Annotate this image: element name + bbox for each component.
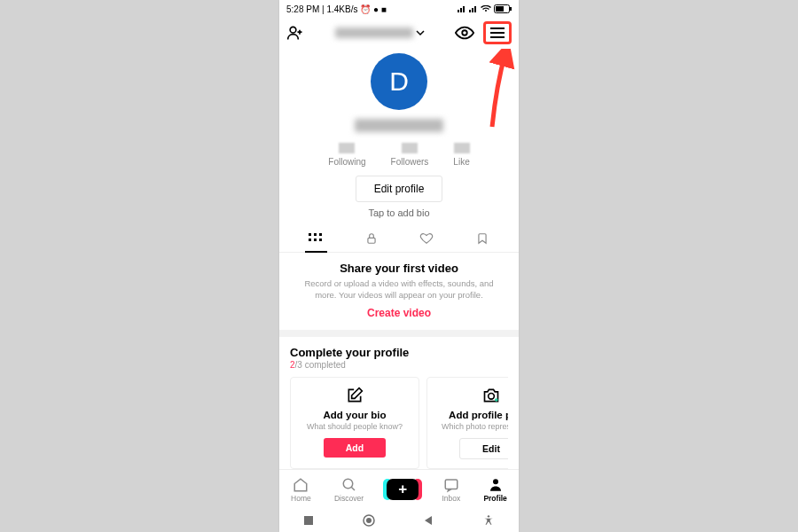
nav-inbox[interactable]: Inbox bbox=[442, 477, 460, 503]
svg-rect-8 bbox=[496, 6, 504, 12]
share-title: Share your first video bbox=[295, 262, 503, 275]
tab-liked[interactable] bbox=[399, 227, 455, 252]
tab-saved[interactable] bbox=[455, 227, 511, 252]
svg-rect-25 bbox=[445, 480, 458, 489]
create-video-link[interactable]: Create video bbox=[295, 307, 503, 319]
svg-rect-2 bbox=[463, 6, 465, 12]
sys-back[interactable] bbox=[423, 515, 434, 526]
svg-rect-15 bbox=[314, 233, 317, 236]
stat-following[interactable]: Following bbox=[328, 143, 365, 167]
edit-profile-button[interactable]: Edit profile bbox=[356, 176, 443, 202]
inbox-icon bbox=[443, 477, 459, 493]
svg-rect-19 bbox=[319, 239, 322, 241]
svg-point-26 bbox=[493, 479, 498, 484]
sys-accessibility[interactable] bbox=[482, 514, 495, 527]
edit-photo-button[interactable]: Edit bbox=[459, 438, 508, 459]
complete-progress: 2/3 completed bbox=[290, 360, 508, 370]
content-tabs bbox=[279, 227, 519, 253]
card-add-photo: Add profile photo Which photo represents… bbox=[426, 377, 508, 469]
svg-rect-3 bbox=[469, 10, 471, 12]
svg-rect-5 bbox=[474, 6, 476, 12]
svg-point-23 bbox=[343, 479, 353, 489]
tab-locked[interactable] bbox=[344, 227, 400, 252]
svg-rect-4 bbox=[472, 8, 473, 12]
handle bbox=[355, 119, 443, 136]
svg-point-10 bbox=[462, 30, 467, 35]
nav-profile[interactable]: Profile bbox=[483, 477, 506, 503]
svg-rect-18 bbox=[314, 239, 317, 241]
share-first-video: Share your first video Record or upload … bbox=[279, 253, 519, 330]
bottom-nav: Home Discover + Inbox Profile bbox=[279, 469, 519, 509]
sys-home[interactable] bbox=[363, 514, 375, 527]
phone-frame: 5:28 PM | 1.4KB/s ⏰ ● ■ D Following F bbox=[279, 0, 519, 532]
svg-line-24 bbox=[351, 487, 355, 490]
avatar-letter: D bbox=[389, 66, 409, 97]
username-blurred bbox=[335, 27, 413, 38]
home-icon bbox=[292, 477, 309, 493]
wifi-icon bbox=[481, 5, 491, 12]
card-add-bio: Add your bio What should people know? Ad… bbox=[290, 377, 419, 469]
svg-rect-16 bbox=[319, 233, 322, 236]
signal-icon bbox=[469, 5, 478, 12]
stat-like[interactable]: Like bbox=[453, 143, 469, 167]
svg-rect-1 bbox=[460, 8, 462, 12]
svg-point-29 bbox=[366, 518, 372, 523]
status-left: 5:28 PM | 1.4KB/s ⏰ ● ■ bbox=[286, 4, 387, 14]
svg-rect-17 bbox=[309, 239, 311, 241]
svg-rect-14 bbox=[309, 233, 311, 236]
sys-recent[interactable] bbox=[303, 515, 314, 526]
signal-icon bbox=[458, 5, 466, 12]
nav-discover[interactable]: Discover bbox=[334, 477, 364, 503]
section-divider bbox=[279, 330, 519, 337]
svg-point-21 bbox=[489, 393, 495, 399]
edit-icon bbox=[346, 387, 364, 404]
svg-point-22 bbox=[495, 398, 498, 402]
svg-point-30 bbox=[488, 515, 489, 517]
views-icon[interactable] bbox=[455, 23, 474, 43]
tab-grid[interactable] bbox=[288, 227, 344, 252]
system-nav bbox=[279, 509, 519, 532]
add-bio-button[interactable]: Add bbox=[324, 438, 386, 458]
profile-stats: Following Followers Like bbox=[279, 143, 519, 167]
add-friend-icon[interactable] bbox=[286, 24, 304, 42]
share-desc: Record or upload a video with effects, s… bbox=[295, 278, 503, 301]
svg-point-9 bbox=[290, 27, 296, 33]
nav-create[interactable]: + bbox=[387, 479, 419, 500]
profile-icon bbox=[488, 477, 504, 493]
chevron-down-icon bbox=[416, 28, 425, 37]
svg-rect-7 bbox=[510, 7, 512, 11]
complete-profile-section: Complete your profile 2/3 completed Add … bbox=[279, 337, 519, 469]
camera-icon bbox=[482, 387, 500, 404]
nav-home[interactable]: Home bbox=[291, 477, 311, 503]
username-dropdown[interactable] bbox=[335, 27, 425, 38]
svg-rect-20 bbox=[368, 238, 375, 243]
svg-rect-0 bbox=[458, 10, 459, 12]
stat-followers[interactable]: Followers bbox=[391, 143, 429, 167]
tap-to-add-bio[interactable]: Tap to add bio bbox=[279, 207, 519, 218]
status-bar: 5:28 PM | 1.4KB/s ⏰ ● ■ bbox=[279, 0, 519, 18]
search-icon bbox=[341, 477, 357, 493]
create-button[interactable]: + bbox=[387, 479, 419, 500]
svg-rect-27 bbox=[304, 516, 313, 525]
profile-top-bar bbox=[279, 18, 519, 48]
complete-title: Complete your profile bbox=[290, 346, 508, 359]
hamburger-menu-button[interactable] bbox=[483, 21, 512, 44]
avatar[interactable]: D bbox=[371, 53, 427, 110]
battery-icon bbox=[494, 4, 512, 13]
status-right-icons bbox=[458, 4, 512, 13]
